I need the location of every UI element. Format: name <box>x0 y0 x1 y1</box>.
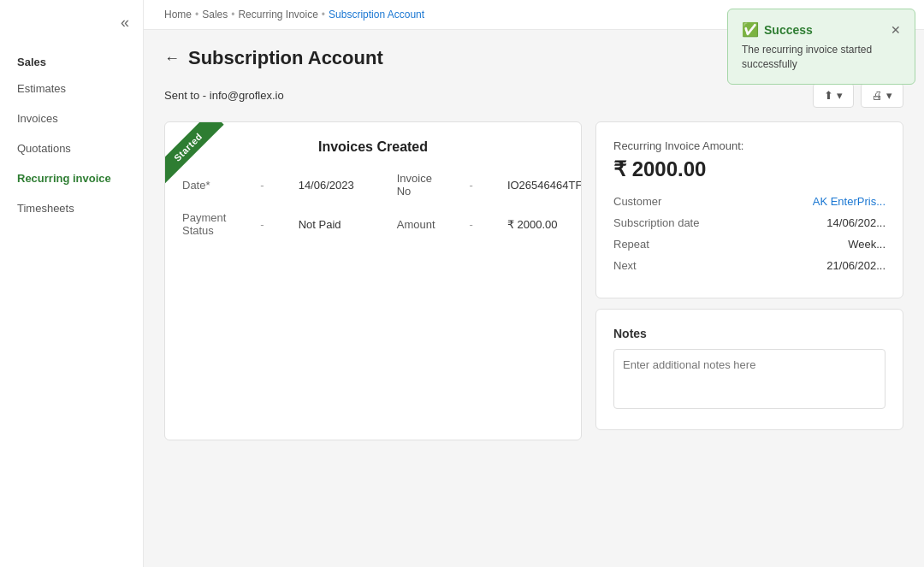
toast-title: ✅ Success <box>742 21 813 38</box>
recurring-amount-label: Recurring Invoice Amount: <box>613 139 886 152</box>
action-buttons: ⬆ ▾ 🖨 ▾ <box>813 83 903 108</box>
export-icon: ⬆ <box>824 89 833 102</box>
sidebar-section-sales: Sales <box>0 45 143 74</box>
collapse-icon: « <box>121 14 129 32</box>
page-title: Subscription Account <box>188 47 383 69</box>
back-button[interactable]: ← <box>164 50 180 68</box>
print-button[interactable]: 🖨 ▾ <box>861 83 903 108</box>
invoice-no-label: Invoice No <box>371 165 453 204</box>
export-button[interactable]: ⬆ ▾ <box>813 83 854 108</box>
invoices-card-title: Invoices Created <box>165 122 581 165</box>
sidebar-item-timesheets[interactable]: Timesheets <box>0 193 143 223</box>
table-row: Payment Status - Not Paid Amount - ₹ 200… <box>165 204 582 244</box>
payment-status-label: Payment Status <box>165 204 243 244</box>
invoice-no-dash: - <box>453 165 490 204</box>
table-row: Date* - 14/06/2023 Invoice No - IO265464… <box>165 165 582 204</box>
sidebar-item-estimates[interactable]: Estimates <box>0 74 143 103</box>
check-circle-icon: ✅ <box>742 21 759 38</box>
repeat-row: Repeat Week... <box>613 238 886 251</box>
two-col-layout: Started Invoices Created Date* - 14/06/2… <box>164 121 903 440</box>
date-dash: - <box>243 165 281 204</box>
breadcrumb-sales[interactable]: Sales <box>202 9 228 21</box>
customer-label: Customer <box>613 195 661 208</box>
sidebar-item-recurring-invoice[interactable]: Recurring invoice <box>0 163 143 193</box>
date-label: Date* <box>165 165 243 204</box>
sidebar: « Sales Estimates Invoices Quotations Re… <box>0 0 144 567</box>
notes-card: Notes <box>595 309 903 430</box>
invoice-no-value: IO26546464TF <box>490 165 582 204</box>
date-value: 14/06/2023 <box>281 165 371 204</box>
breadcrumb-sep-2: • <box>231 9 234 21</box>
next-label: Next <box>613 259 637 272</box>
breadcrumb-current: Subscription Account <box>329 9 424 21</box>
print-chevron-icon: ▾ <box>886 89 892 102</box>
customer-row: Customer AK EnterPris... <box>613 195 886 208</box>
subscription-date-row: Subscription date 14/06/202... <box>613 216 886 229</box>
chevron-down-icon: ▾ <box>837 89 843 102</box>
toast-close-button[interactable]: ✕ <box>891 23 901 37</box>
success-toast: ✅ Success ✕ The recurring invoice starte… <box>727 9 915 85</box>
recurring-amount-value: ₹ 2000.00 <box>613 157 886 181</box>
amount-value: ₹ 2000.00 <box>490 204 582 244</box>
breadcrumb-recurring-invoice[interactable]: Recurring Invoice <box>238 9 317 21</box>
sent-to-label: Sent to - <box>164 89 206 102</box>
sidebar-item-invoices[interactable]: Invoices <box>0 103 143 133</box>
breadcrumb-sep-3: • <box>322 9 325 21</box>
right-panel: Recurring Invoice Amount: ₹ 2000.00 Cust… <box>595 121 903 440</box>
repeat-label: Repeat <box>613 238 649 251</box>
next-row: Next 21/06/202... <box>613 259 886 272</box>
payment-status-value: Not Paid <box>281 204 371 244</box>
invoice-table: Date* - 14/06/2023 Invoice No - IO265464… <box>165 165 582 244</box>
sent-to-email: info@groflex.io <box>210 89 284 102</box>
breadcrumb-home[interactable]: Home <box>164 9 192 21</box>
amount-label: Amount <box>371 204 453 244</box>
breadcrumb-sep-1: • <box>195 9 198 21</box>
subscription-date-value: 14/06/202... <box>826 216 886 229</box>
sent-to-info: Sent to - info@groflex.io <box>164 89 284 102</box>
customer-value: AK EnterPris... <box>813 195 886 208</box>
invoices-card: Started Invoices Created Date* - 14/06/2… <box>164 121 582 440</box>
notes-textarea[interactable] <box>613 349 886 409</box>
sidebar-item-quotations[interactable]: Quotations <box>0 133 143 163</box>
page-content: ← Subscription Account Sent to - info@gr… <box>144 30 924 567</box>
subscription-date-label: Subscription date <box>613 216 699 229</box>
notes-label: Notes <box>613 327 886 340</box>
next-value: 21/06/202... <box>826 259 886 272</box>
main-content: Home • Sales • Recurring Invoice • Subsc… <box>144 0 924 567</box>
recurring-amount-card: Recurring Invoice Amount: ₹ 2000.00 Cust… <box>595 121 903 298</box>
payment-status-dash: - <box>243 204 281 244</box>
sidebar-collapse-button[interactable]: « <box>0 0 143 45</box>
repeat-value: Week... <box>848 238 886 251</box>
print-icon: 🖨 <box>872 89 883 102</box>
sent-to-row: Sent to - info@groflex.io ⬆ ▾ 🖨 ▾ <box>164 83 903 108</box>
toast-header: ✅ Success ✕ <box>742 21 901 38</box>
toast-message: The recurring invoice started successful… <box>742 43 901 72</box>
amount-dash: - <box>453 204 490 244</box>
